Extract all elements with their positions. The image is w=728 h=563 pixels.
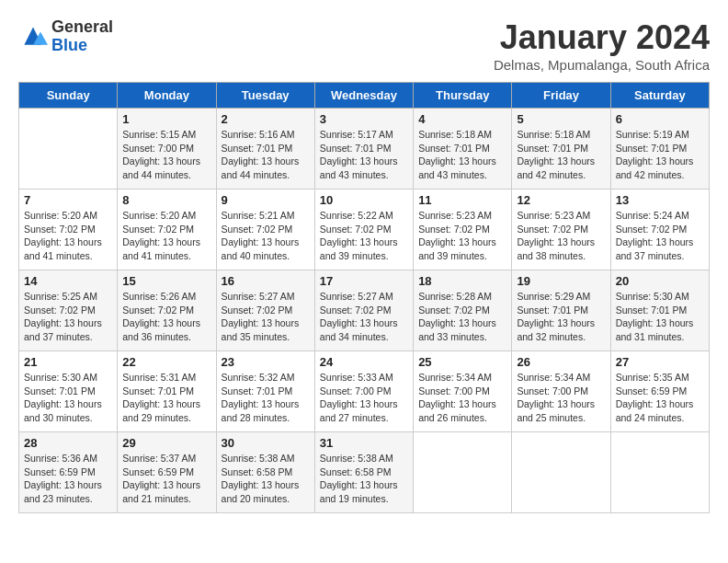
day-number: 1 xyxy=(122,112,210,126)
day-number: 28 xyxy=(24,436,112,450)
day-number: 7 xyxy=(24,193,112,207)
calendar-cell xyxy=(19,109,118,190)
location-title: Delmas, Mpumalanga, South Africa xyxy=(494,57,710,73)
logo-text: General Blue xyxy=(51,18,113,55)
day-number: 20 xyxy=(616,274,704,288)
day-number: 17 xyxy=(320,274,408,288)
calendar-week-4: 28Sunrise: 5:36 AM Sunset: 6:59 PM Dayli… xyxy=(19,432,710,513)
day-detail: Sunrise: 5:23 AM Sunset: 7:02 PM Dayligh… xyxy=(517,209,605,263)
calendar-week-1: 7Sunrise: 5:20 AM Sunset: 7:02 PM Daylig… xyxy=(19,190,710,270)
day-number: 11 xyxy=(418,193,506,207)
day-number: 12 xyxy=(517,193,605,207)
day-detail: Sunrise: 5:25 AM Sunset: 7:02 PM Dayligh… xyxy=(24,290,112,344)
header-thursday: Thursday xyxy=(414,83,512,109)
day-number: 9 xyxy=(222,193,310,207)
day-number: 13 xyxy=(616,193,704,207)
logo-general: General xyxy=(51,18,113,37)
calendar-cell: 25Sunrise: 5:34 AM Sunset: 7:00 PM Dayli… xyxy=(414,351,512,432)
header-wednesday: Wednesday xyxy=(314,83,413,109)
day-detail: Sunrise: 5:18 AM Sunset: 7:01 PM Dayligh… xyxy=(517,128,605,182)
calendar-cell: 12Sunrise: 5:23 AM Sunset: 7:02 PM Dayli… xyxy=(512,190,610,270)
day-detail: Sunrise: 5:15 AM Sunset: 7:00 PM Dayligh… xyxy=(122,128,210,182)
day-detail: Sunrise: 5:24 AM Sunset: 7:02 PM Dayligh… xyxy=(616,209,704,263)
day-detail: Sunrise: 5:21 AM Sunset: 7:02 PM Dayligh… xyxy=(222,209,310,263)
logo-icon xyxy=(18,24,48,50)
calendar-cell xyxy=(610,432,709,513)
day-detail: Sunrise: 5:32 AM Sunset: 7:01 PM Dayligh… xyxy=(222,371,310,425)
day-number: 31 xyxy=(320,436,408,450)
day-detail: Sunrise: 5:18 AM Sunset: 7:01 PM Dayligh… xyxy=(418,128,506,182)
day-detail: Sunrise: 5:29 AM Sunset: 7:01 PM Dayligh… xyxy=(517,290,605,344)
day-detail: Sunrise: 5:30 AM Sunset: 7:01 PM Dayligh… xyxy=(616,290,704,344)
day-number: 5 xyxy=(517,112,605,126)
calendar-cell: 24Sunrise: 5:33 AM Sunset: 7:00 PM Dayli… xyxy=(314,351,413,432)
day-number: 6 xyxy=(616,112,704,126)
day-number: 4 xyxy=(418,112,506,126)
calendar-cell: 27Sunrise: 5:35 AM Sunset: 6:59 PM Dayli… xyxy=(610,351,709,432)
calendar-cell: 4Sunrise: 5:18 AM Sunset: 7:01 PM Daylig… xyxy=(414,109,512,190)
day-detail: Sunrise: 5:36 AM Sunset: 6:59 PM Dayligh… xyxy=(24,452,112,506)
calendar-cell: 7Sunrise: 5:20 AM Sunset: 7:02 PM Daylig… xyxy=(19,190,118,270)
day-detail: Sunrise: 5:28 AM Sunset: 7:02 PM Dayligh… xyxy=(418,290,506,344)
header-saturday: Saturday xyxy=(610,83,709,109)
calendar-cell: 30Sunrise: 5:38 AM Sunset: 6:58 PM Dayli… xyxy=(216,432,314,513)
day-detail: Sunrise: 5:17 AM Sunset: 7:01 PM Dayligh… xyxy=(320,128,408,182)
calendar-cell: 9Sunrise: 5:21 AM Sunset: 7:02 PM Daylig… xyxy=(216,190,314,270)
calendar-cell xyxy=(512,432,610,513)
calendar-cell: 1Sunrise: 5:15 AM Sunset: 7:00 PM Daylig… xyxy=(118,109,216,190)
day-detail: Sunrise: 5:35 AM Sunset: 6:59 PM Dayligh… xyxy=(616,371,704,425)
day-detail: Sunrise: 5:19 AM Sunset: 7:01 PM Dayligh… xyxy=(616,128,704,182)
logo-blue: Blue xyxy=(51,37,113,55)
calendar-cell: 29Sunrise: 5:37 AM Sunset: 6:59 PM Dayli… xyxy=(118,432,216,513)
day-detail: Sunrise: 5:34 AM Sunset: 7:00 PM Dayligh… xyxy=(418,371,506,425)
title-block: January 2024 Delmas, Mpumalanga, South A… xyxy=(494,18,710,73)
day-detail: Sunrise: 5:38 AM Sunset: 6:58 PM Dayligh… xyxy=(320,452,408,506)
calendar-cell: 15Sunrise: 5:26 AM Sunset: 7:02 PM Dayli… xyxy=(118,270,216,351)
day-detail: Sunrise: 5:27 AM Sunset: 7:02 PM Dayligh… xyxy=(222,290,310,344)
day-number: 27 xyxy=(616,355,704,369)
calendar-cell: 13Sunrise: 5:24 AM Sunset: 7:02 PM Dayli… xyxy=(610,190,709,270)
day-number: 3 xyxy=(320,112,408,126)
day-detail: Sunrise: 5:38 AM Sunset: 6:58 PM Dayligh… xyxy=(222,452,310,506)
day-number: 24 xyxy=(320,355,408,369)
calendar-cell: 3Sunrise: 5:17 AM Sunset: 7:01 PM Daylig… xyxy=(314,109,413,190)
day-detail: Sunrise: 5:20 AM Sunset: 7:02 PM Dayligh… xyxy=(122,209,210,263)
calendar-cell: 11Sunrise: 5:23 AM Sunset: 7:02 PM Dayli… xyxy=(414,190,512,270)
day-number: 21 xyxy=(24,355,112,369)
day-number: 22 xyxy=(122,355,210,369)
calendar-cell: 16Sunrise: 5:27 AM Sunset: 7:02 PM Dayli… xyxy=(216,270,314,351)
day-number: 25 xyxy=(418,355,506,369)
day-number: 14 xyxy=(24,274,112,288)
day-detail: Sunrise: 5:22 AM Sunset: 7:02 PM Dayligh… xyxy=(320,209,408,263)
day-number: 8 xyxy=(122,193,210,207)
calendar-cell: 14Sunrise: 5:25 AM Sunset: 7:02 PM Dayli… xyxy=(19,270,118,351)
calendar-cell: 18Sunrise: 5:28 AM Sunset: 7:02 PM Dayli… xyxy=(414,270,512,351)
day-detail: Sunrise: 5:16 AM Sunset: 7:01 PM Dayligh… xyxy=(222,128,310,182)
header-sunday: Sunday xyxy=(19,83,118,109)
day-detail: Sunrise: 5:33 AM Sunset: 7:00 PM Dayligh… xyxy=(320,371,408,425)
day-detail: Sunrise: 5:23 AM Sunset: 7:02 PM Dayligh… xyxy=(418,209,506,263)
calendar-cell: 6Sunrise: 5:19 AM Sunset: 7:01 PM Daylig… xyxy=(610,109,709,190)
calendar-week-3: 21Sunrise: 5:30 AM Sunset: 7:01 PM Dayli… xyxy=(19,351,710,432)
calendar-cell: 8Sunrise: 5:20 AM Sunset: 7:02 PM Daylig… xyxy=(118,190,216,270)
calendar-cell: 20Sunrise: 5:30 AM Sunset: 7:01 PM Dayli… xyxy=(610,270,709,351)
day-number: 26 xyxy=(517,355,605,369)
calendar-cell: 23Sunrise: 5:32 AM Sunset: 7:01 PM Dayli… xyxy=(216,351,314,432)
day-number: 29 xyxy=(122,436,210,450)
day-number: 2 xyxy=(222,112,310,126)
day-number: 19 xyxy=(517,274,605,288)
day-number: 16 xyxy=(222,274,310,288)
calendar-cell: 21Sunrise: 5:30 AM Sunset: 7:01 PM Dayli… xyxy=(19,351,118,432)
day-number: 30 xyxy=(222,436,310,450)
calendar-week-2: 14Sunrise: 5:25 AM Sunset: 7:02 PM Dayli… xyxy=(19,270,710,351)
calendar-cell: 17Sunrise: 5:27 AM Sunset: 7:02 PM Dayli… xyxy=(314,270,413,351)
month-title: January 2024 xyxy=(494,18,710,57)
calendar-cell: 28Sunrise: 5:36 AM Sunset: 6:59 PM Dayli… xyxy=(19,432,118,513)
day-number: 23 xyxy=(222,355,310,369)
day-detail: Sunrise: 5:26 AM Sunset: 7:02 PM Dayligh… xyxy=(122,290,210,344)
calendar-cell: 26Sunrise: 5:34 AM Sunset: 7:00 PM Dayli… xyxy=(512,351,610,432)
logo: General Blue xyxy=(18,18,113,55)
calendar-cell xyxy=(414,432,512,513)
calendar-body: 1Sunrise: 5:15 AM Sunset: 7:00 PM Daylig… xyxy=(19,109,710,513)
calendar-week-0: 1Sunrise: 5:15 AM Sunset: 7:00 PM Daylig… xyxy=(19,109,710,190)
